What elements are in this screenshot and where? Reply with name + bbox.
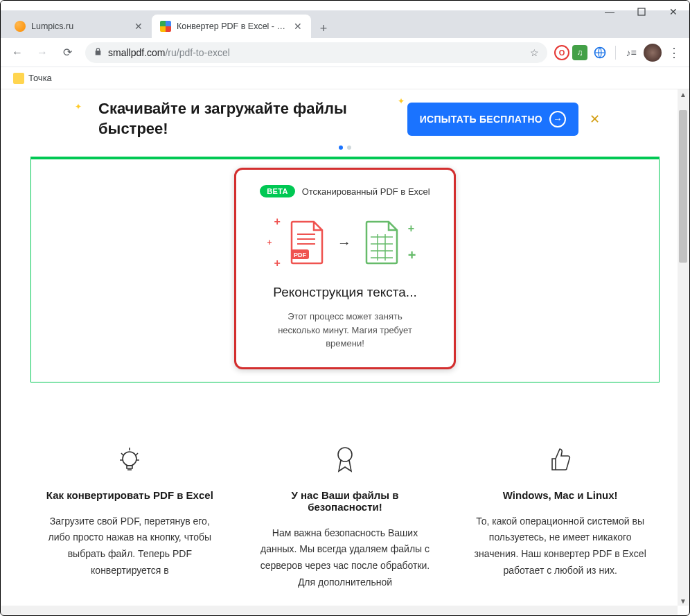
favicon-icon (160, 21, 171, 32)
toolbar-separator (615, 46, 616, 60)
close-icon[interactable]: ✕ (134, 21, 143, 31)
bookmarks-bar: Точка (1, 67, 689, 89)
extension-globe-icon[interactable] (590, 43, 610, 62)
browser-toolbar: ← → ⟳ smallpdf.com/ru/pdf-to-excel ☆ O ♫… (1, 38, 689, 67)
plus-icon: + (274, 215, 280, 228)
page-viewport: ✦ ✦ Скачивайте и загружайте файлы быстре… (1, 89, 689, 606)
feature-title: У нас Ваши файлы в безопасности! (257, 489, 434, 513)
feature-title: Как конвертировать PDF в Excel (46, 489, 213, 501)
feature-platforms: Windows, Mac и Linux! То, какой операцио… (466, 445, 654, 591)
close-window-button[interactable]: ✕ (657, 1, 689, 23)
forward-button[interactable]: → (31, 42, 53, 64)
bookmark-item[interactable]: Точка (9, 70, 56, 87)
conversion-icons: + + + PDF → (274, 215, 416, 270)
pdf-file-icon: PDF (289, 220, 325, 265)
feature-howto: Как конвертировать PDF в Excel Загрузите… (36, 445, 224, 591)
reload-button[interactable]: ⟳ (56, 42, 78, 64)
svg-rect-0 (638, 8, 645, 15)
address-bar[interactable]: smallpdf.com/ru/pdf-to-excel ☆ (85, 42, 547, 63)
vertical-scrollbar[interactable]: ▲ ▼ (678, 89, 689, 606)
feature-text: То, какой операционной системой вы польз… (472, 513, 648, 579)
plus-icon: + (408, 222, 416, 235)
sparkle-icon: ✦ (75, 102, 82, 112)
converter-card: BETA Отсканированный PDF в Excel + + + (234, 168, 456, 369)
extension-opera-icon[interactable]: O (554, 45, 569, 60)
favicon-icon (15, 21, 26, 32)
plus-icon: + (274, 257, 280, 270)
plus-icon: + (408, 247, 416, 263)
feature-title: Windows, Mac и Linux! (503, 489, 618, 501)
promo-close-button[interactable]: ✕ (585, 107, 604, 131)
minimize-button[interactable]: — (594, 1, 626, 23)
tab-smallpdf[interactable]: Конвертер PDF в Excel - беспла ✕ (152, 15, 311, 38)
try-free-button[interactable]: ИСПЫТАТЬ БЕСПЛАТНО → (407, 103, 578, 136)
beta-badge: BETA (260, 185, 294, 197)
profile-avatar[interactable] (644, 44, 662, 62)
tab-title: Конвертер PDF в Excel - беспла (177, 21, 288, 31)
window-titlebar (1, 1, 689, 10)
scroll-up-icon[interactable]: ▲ (679, 89, 687, 99)
beta-row: BETA Отсканированный PDF в Excel (260, 185, 430, 197)
svg-point-13 (123, 452, 136, 466)
converter-panel: BETA Отсканированный PDF в Excel + + + (30, 157, 660, 382)
tab-title: Lumpics.ru (31, 21, 128, 31)
arrow-right-icon: → (337, 235, 351, 251)
arrow-right-icon: → (549, 111, 566, 127)
promo-heading: Скачивайте и загружайте файлы быстрее! (98, 99, 347, 139)
feature-safety: У нас Ваши файлы в безопасности! Нам важ… (251, 445, 439, 591)
scroll-thumb[interactable] (679, 110, 687, 263)
svg-text:PDF: PDF (294, 252, 307, 258)
lock-icon (94, 47, 103, 58)
media-control-icon[interactable]: ♪≡ (621, 43, 641, 62)
new-tab-button[interactable]: + (314, 19, 333, 38)
url-text: smallpdf.com/ru/pdf-to-excel (108, 47, 524, 58)
scroll-down-icon[interactable]: ▼ (679, 596, 687, 606)
menu-button[interactable]: ⋮ (664, 43, 684, 62)
sparkle-icon: ✦ (398, 96, 405, 106)
promo-banner: ✦ ✦ Скачивайте и загружайте файлы быстре… (78, 96, 612, 151)
processing-description: Этот процесс может занять несколько мину… (265, 310, 425, 351)
features-row: Как конвертировать PDF в Excel Загрузите… (36, 445, 654, 591)
back-button[interactable]: ← (6, 42, 28, 64)
excel-file-icon (364, 220, 400, 265)
horizontal-scrollbar[interactable] (1, 606, 678, 615)
svg-point-14 (338, 448, 352, 461)
cta-label: ИСПЫТАТЬ БЕСПЛАТНО (420, 114, 542, 125)
window-controls: — ✕ (594, 1, 689, 28)
close-icon[interactable]: ✕ (293, 21, 303, 31)
feature-text: Нам важна безопасность Ваших данных. Мы … (257, 525, 434, 591)
feature-text: Загрузите свой PDF, перетянув его, либо … (42, 513, 218, 579)
bookmark-label: Точка (28, 73, 52, 83)
bookmark-star-icon[interactable]: ☆ (530, 47, 539, 58)
tab-strip: Lumpics.ru ✕ Конвертер PDF в Excel - бес… (1, 10, 689, 38)
tab-lumpics[interactable]: Lumpics.ru ✕ (6, 15, 152, 38)
award-icon (333, 445, 357, 474)
plus-icon: + (267, 238, 280, 247)
folder-icon (13, 73, 24, 84)
lightbulb-icon (117, 445, 142, 474)
thumbsup-icon (548, 445, 573, 474)
processing-title: Реконструкция текста... (273, 285, 416, 300)
maximize-button[interactable] (626, 1, 657, 23)
extension-music-icon[interactable]: ♫ (572, 45, 587, 60)
beta-text: Отсканированный PDF в Excel (302, 186, 430, 197)
